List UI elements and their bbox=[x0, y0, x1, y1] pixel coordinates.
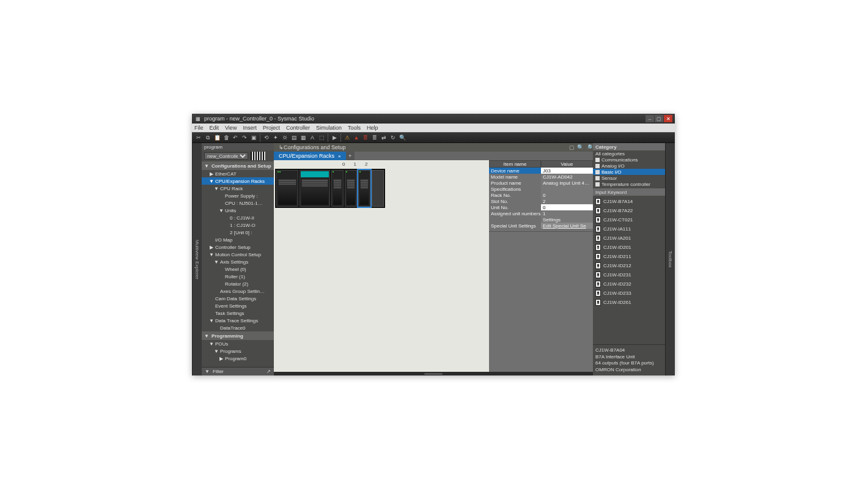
menu-project[interactable]: Project bbox=[263, 125, 280, 131]
menu-edit[interactable]: Edit bbox=[210, 125, 219, 131]
menu-tools[interactable]: Tools bbox=[348, 125, 361, 131]
run-icon[interactable]: ▶ bbox=[330, 133, 339, 142]
tool-f-icon[interactable]: A bbox=[308, 133, 317, 142]
view-mode-icon[interactable]: ▢ bbox=[567, 143, 576, 152]
tree-node[interactable]: 1 : CJ1W-O bbox=[202, 221, 274, 229]
property-row[interactable]: Special Unit SettingsEdit Special Unit S… bbox=[489, 223, 593, 229]
category-item[interactable]: Basic I/O bbox=[593, 169, 665, 175]
tree-node[interactable]: Rotator (2) bbox=[202, 280, 274, 287]
delete-icon[interactable]: 🗑 bbox=[222, 133, 230, 142]
tree-node[interactable]: ▼Programs bbox=[202, 347, 274, 355]
tree-node[interactable]: ▼Motion Control Setup bbox=[202, 251, 274, 258]
explorer-tab[interactable]: Multiview Explorer bbox=[192, 143, 202, 375]
tree-node[interactable]: Roller (1) bbox=[202, 273, 274, 280]
category-item[interactable]: Analog I/O bbox=[593, 163, 665, 169]
controller-select[interactable]: new_Controller_0 bbox=[204, 152, 248, 160]
menu-view[interactable]: View bbox=[225, 125, 237, 131]
undo-icon[interactable]: ↶ bbox=[231, 133, 240, 142]
error-a-icon[interactable]: ▲ bbox=[352, 133, 361, 142]
maximize-button[interactable]: ▢ bbox=[655, 115, 663, 122]
error-b-icon[interactable]: ≣ bbox=[361, 133, 370, 142]
tab-cpu-racks[interactable]: CPU/Expansion Racks × bbox=[274, 152, 346, 160]
project-tree[interactable]: ▼Configurations and Setup ▶EtherCAT▼CPU/… bbox=[202, 161, 274, 367]
category-item[interactable]: Sensor bbox=[593, 175, 665, 181]
copy-icon[interactable]: ⧉ bbox=[204, 133, 212, 142]
sync-icon[interactable]: ↻ bbox=[389, 133, 397, 142]
tree-node[interactable]: Power Supply : bbox=[202, 192, 274, 199]
tool-b-icon[interactable]: ✦ bbox=[271, 133, 280, 142]
tree-node[interactable]: ▶Controller Setup bbox=[202, 243, 274, 251]
paste-icon[interactable]: 📋 bbox=[213, 133, 221, 142]
tool-e-icon[interactable]: ▦ bbox=[299, 133, 307, 142]
category-item[interactable]: All categories bbox=[593, 150, 665, 157]
tree-node[interactable]: ▼Data Trace Settings bbox=[202, 317, 274, 324]
tree-node[interactable]: ▼Units bbox=[202, 207, 274, 214]
category-item[interactable]: Communications bbox=[593, 157, 665, 163]
tree-node[interactable]: Wheel (0) bbox=[202, 265, 274, 273]
part-item[interactable]: CJ1W-CT021 bbox=[593, 215, 665, 224]
close-tab-icon[interactable]: × bbox=[338, 153, 341, 159]
link-icon[interactable]: ⇄ bbox=[380, 133, 388, 142]
property-row[interactable]: Unit No.0 bbox=[489, 204, 593, 210]
config-section-header[interactable]: ▼Configurations and Setup bbox=[202, 161, 274, 170]
module-end-cap[interactable] bbox=[372, 170, 384, 207]
tree-node[interactable]: ▼CPU/Expansion Racks bbox=[202, 177, 274, 185]
cut-icon[interactable]: ✂ bbox=[194, 133, 203, 142]
tool-a-icon[interactable]: ⟲ bbox=[262, 133, 271, 142]
rack-canvas[interactable]: 0 1 2 bbox=[274, 160, 489, 372]
search-icon[interactable]: 🔍 bbox=[398, 133, 406, 142]
warning-icon[interactable]: ⚠ bbox=[343, 133, 351, 142]
tool-g-icon[interactable]: ⬚ bbox=[317, 133, 326, 142]
tree-node[interactable]: ▼POUs bbox=[202, 340, 274, 347]
menu-controller[interactable]: Controller bbox=[286, 125, 310, 131]
tree-node[interactable]: ▼CPU Rack bbox=[202, 185, 274, 192]
module-slot-1[interactable] bbox=[345, 170, 357, 207]
part-item[interactable]: CJ1W-ID201 bbox=[593, 243, 665, 252]
module-power-supply[interactable] bbox=[276, 170, 298, 207]
tool-d-icon[interactable]: ▤ bbox=[290, 133, 298, 142]
part-item[interactable]: CJ1W-ID212 bbox=[593, 261, 665, 270]
tree-node[interactable]: ▶Program0 bbox=[202, 355, 274, 362]
part-item[interactable]: CJ1W-IA201 bbox=[593, 234, 665, 243]
menu-simulation[interactable]: Simulation bbox=[316, 125, 342, 131]
part-item[interactable]: CJ1W-ID231 bbox=[593, 270, 665, 279]
filter-expand-icon[interactable]: ↗ bbox=[265, 369, 271, 375]
menu-file[interactable]: File bbox=[194, 125, 204, 131]
splitter-handle[interactable] bbox=[274, 372, 593, 375]
part-item[interactable]: CJ1W-ID261 bbox=[593, 298, 665, 307]
tree-node[interactable]: CPU : NJ501-1… bbox=[202, 199, 274, 207]
module-slot-2[interactable] bbox=[358, 170, 370, 207]
part-item[interactable]: CJ1W-ID211 bbox=[593, 252, 665, 261]
tree-node[interactable]: 0 : CJ1W-II bbox=[202, 214, 274, 221]
tree-node[interactable]: DataTrace0 bbox=[202, 324, 274, 331]
tree-node[interactable]: Task Settings bbox=[202, 309, 274, 317]
error-c-icon[interactable]: ≣ bbox=[370, 133, 379, 142]
menu-insert[interactable]: Insert bbox=[243, 125, 257, 131]
programming-section-header[interactable]: ▼Programming bbox=[202, 331, 274, 340]
module-slot-0[interactable] bbox=[331, 170, 344, 207]
module-cpu[interactable] bbox=[300, 170, 330, 207]
toolbox-tab[interactable]: Toolbox bbox=[665, 143, 675, 375]
trash-icon[interactable]: ▣ bbox=[249, 133, 258, 142]
tree-node[interactable]: Cam Data Settings bbox=[202, 295, 274, 302]
part-item[interactable]: CJ1W-ID233 bbox=[593, 289, 665, 298]
tree-node[interactable]: ▶EtherCAT bbox=[202, 170, 274, 177]
redo-icon[interactable]: ↷ bbox=[240, 133, 249, 142]
add-tab-button[interactable]: + bbox=[346, 152, 355, 160]
filter-row[interactable]: ▼ Filter ↗ bbox=[202, 367, 274, 375]
zoom-icon[interactable]: 🔍 bbox=[576, 143, 584, 152]
part-item[interactable]: CJ1W-B7A22 bbox=[593, 206, 665, 215]
tree-node[interactable]: Event Settings bbox=[202, 302, 274, 309]
tree-node[interactable]: ▼Axis Settings bbox=[202, 258, 274, 265]
menu-help[interactable]: Help bbox=[367, 125, 378, 131]
part-item[interactable]: CJ1W-ID232 bbox=[593, 279, 665, 289]
close-button[interactable]: ✕ bbox=[664, 115, 672, 122]
tree-node[interactable]: 2 [Unit 0] : bbox=[202, 229, 274, 236]
tree-node[interactable]: I/O Map bbox=[202, 236, 274, 243]
part-item[interactable]: CJ1W-IA111 bbox=[593, 224, 665, 234]
part-item[interactable]: CJ1W-B7A14 bbox=[593, 197, 665, 206]
tool-c-icon[interactable]: ⛭ bbox=[281, 133, 289, 142]
minimize-button[interactable]: – bbox=[645, 115, 654, 122]
tree-node[interactable]: Axes Group Settin… bbox=[202, 287, 274, 295]
zoom2-icon[interactable]: 🔎 bbox=[584, 143, 593, 152]
